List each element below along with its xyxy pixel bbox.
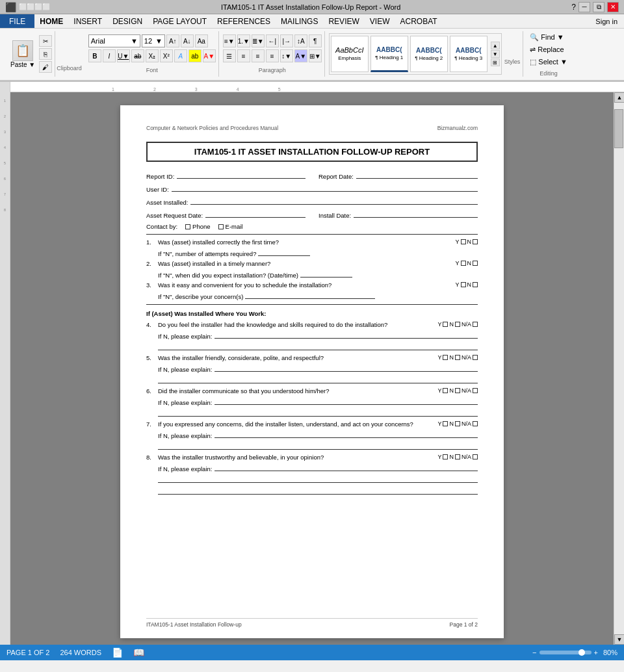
select-button[interactable]: ⬚Select ▼ <box>527 57 570 68</box>
layout-icon[interactable]: 📄 <box>112 647 123 658</box>
document-area: Computer & Network Policies and Procedur… <box>10 92 614 645</box>
subscript-button[interactable]: X₂ <box>146 49 159 62</box>
menu-acrobat[interactable]: ACROBAT <box>395 14 442 28</box>
q8-text: Was the installer trustworthy and believ… <box>158 454 435 461</box>
q7-options: Y N N/A <box>437 420 478 427</box>
q3-options: Y N <box>455 281 478 288</box>
text-effects-button[interactable]: A <box>174 49 187 62</box>
bold-button[interactable]: B <box>88 49 101 62</box>
copy-button[interactable]: ⎘ <box>39 48 52 60</box>
clipboard-label: Clipboard <box>57 65 82 71</box>
menu-references[interactable]: REFERENCES <box>212 14 276 28</box>
justify-button[interactable]: ≡ <box>266 49 279 62</box>
menu-file[interactable]: FILE <box>0 14 34 28</box>
menu-home[interactable]: HOME <box>34 14 68 28</box>
report-date-field[interactable] <box>356 171 478 179</box>
font-color-button[interactable]: A▼ <box>203 49 216 62</box>
change-case-button[interactable]: Aa <box>195 34 208 47</box>
q8-line3 <box>158 487 478 495</box>
text-highlight-button[interactable]: ab <box>188 49 202 62</box>
multilevel-list-button[interactable]: ≣▼ <box>252 34 265 47</box>
increase-indent-button[interactable]: |→ <box>280 34 293 47</box>
scroll-up-button[interactable]: ▲ <box>614 92 624 103</box>
italic-button[interactable]: I <box>103 49 116 62</box>
report-id-field[interactable] <box>177 171 306 179</box>
menu-mailings[interactable]: MAILINGS <box>276 14 323 28</box>
q7-text: If you expressed any concerns, did the i… <box>158 420 435 428</box>
menu-insert[interactable]: INSERT <box>68 14 107 28</box>
styles-more[interactable]: ⊞ <box>491 58 500 66</box>
styles-scroll-up[interactable]: ▲ <box>491 42 500 49</box>
scroll-track[interactable] <box>614 103 624 634</box>
zoom-in-button[interactable]: + <box>594 649 598 656</box>
line-spacing-button[interactable]: ↕▼ <box>280 49 293 62</box>
scroll-thumb[interactable] <box>614 109 623 148</box>
form-row-1: Report ID: Report Date: <box>146 171 478 180</box>
sort-button[interactable]: ↕A <box>294 34 307 47</box>
asset-installed-field[interactable] <box>190 197 478 205</box>
question-4: 4. Do you feel the installer had the kno… <box>146 321 478 328</box>
style-heading2[interactable]: AABBC( ¶ Heading 2 <box>410 36 448 72</box>
restore-button[interactable]: ⧉ <box>593 2 604 12</box>
style-heading3[interactable]: AABBC( ¶ Heading 3 <box>450 36 488 72</box>
phone-label: Phone <box>192 223 210 230</box>
replace-button[interactable]: ⇌Replace <box>527 44 570 55</box>
decrease-indent-button[interactable]: ←| <box>266 34 279 47</box>
font-name-selector[interactable]: Arial▼ <box>88 34 140 47</box>
vertical-scrollbar[interactable]: ▲ ▼ <box>614 92 624 645</box>
contact-by-label: Contact by: <box>146 223 177 230</box>
sign-in-link[interactable]: Sign in <box>589 18 624 25</box>
superscript-button[interactable]: X² <box>160 49 173 62</box>
format-painter-button[interactable]: 🖌 <box>39 61 52 73</box>
read-mode-icon[interactable]: 📖 <box>133 647 144 658</box>
paste-button[interactable]: 📋 Paste ▼ <box>8 39 38 70</box>
scroll-down-button[interactable]: ▼ <box>614 634 624 645</box>
increase-font-button[interactable]: A↑ <box>166 34 179 47</box>
zoom-out-button[interactable]: − <box>532 649 536 656</box>
menu-design[interactable]: DESIGN <box>107 14 148 28</box>
style-emphasis[interactable]: AaBbCcI Emphasis <box>331 36 369 72</box>
q6-text: Did the installer communicate so that yo… <box>158 387 435 394</box>
zoom-thumb[interactable] <box>578 649 585 656</box>
form-row-2: User ID: <box>146 184 478 193</box>
menu-page-layout[interactable]: PAGE LAYOUT <box>148 14 212 28</box>
q2-text: Was (asset) installed in a timely manner… <box>158 260 452 267</box>
document-page[interactable]: Computer & Network Policies and Procedur… <box>120 105 504 638</box>
decrease-font-button[interactable]: A↓ <box>181 34 194 47</box>
align-right-button[interactable]: ≡ <box>252 49 265 62</box>
font-size-selector[interactable]: 12▼ <box>142 34 165 47</box>
borders-button[interactable]: ⊞▼ <box>309 49 322 62</box>
phone-checkbox[interactable] <box>185 224 190 229</box>
strikethrough-button[interactable]: ab <box>131 49 144 62</box>
minimize-button[interactable]: ─ <box>578 2 590 12</box>
close-button[interactable]: ✕ <box>607 2 619 12</box>
align-left-button[interactable]: ☰ <box>223 49 236 62</box>
window-title: ITAM105-1 IT Asset Installation Follow-U… <box>50 3 571 11</box>
zoom-controls: − + 80% <box>532 649 618 656</box>
main-area: 1 2 3 4 5 6 7 8 Computer & Network Polic… <box>0 92 624 645</box>
cut-button[interactable]: ✂ <box>39 35 52 47</box>
asset-request-date-field[interactable] <box>205 210 306 218</box>
left-ruler: 1 2 3 4 5 6 7 8 <box>0 92 10 645</box>
styles-scroll-down[interactable]: ▼ <box>491 50 500 58</box>
menu-view[interactable]: VIEW <box>365 14 395 28</box>
phone-option[interactable]: Phone <box>185 223 210 230</box>
bullets-button[interactable]: ≡▼ <box>223 34 236 47</box>
header-left: Computer & Network Policies and Procedur… <box>146 125 278 131</box>
underline-button[interactable]: U▼ <box>117 49 130 62</box>
show-formatting-button[interactable]: ¶ <box>309 34 322 47</box>
shading-button[interactable]: A▼ <box>294 49 307 62</box>
install-date-field[interactable] <box>354 210 478 218</box>
question-6: 6. Did the installer communicate so that… <box>146 387 478 394</box>
numbering-button[interactable]: 1.▼ <box>237 34 250 47</box>
align-center-button[interactable]: ≡ <box>237 49 250 62</box>
email-checkbox[interactable] <box>218 224 224 229</box>
style-heading1[interactable]: AABBC( ¶ Heading 1 <box>370 36 408 72</box>
font-group: Arial▼ 12▼ A↑ A↓ Aa B I U▼ ab X₂ X² A ab… <box>86 31 219 77</box>
zoom-slider[interactable] <box>540 651 592 654</box>
email-option[interactable]: E-mail <box>218 223 243 230</box>
find-button[interactable]: 🔍Find ▼ <box>527 32 570 43</box>
user-id-field[interactable] <box>172 184 478 192</box>
zoom-percent: 80% <box>603 649 618 656</box>
menu-review[interactable]: REVIEW <box>323 14 364 28</box>
